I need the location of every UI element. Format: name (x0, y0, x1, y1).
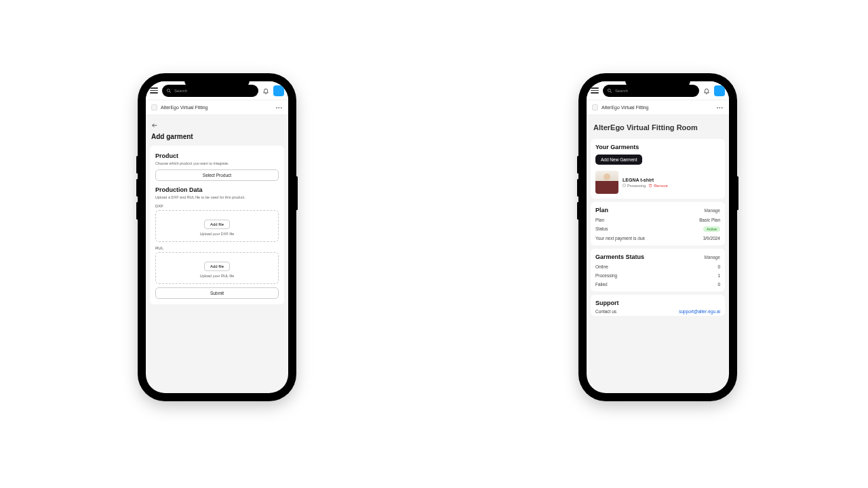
avatar[interactable] (273, 85, 284, 96)
failed-label: Failed (595, 282, 608, 287)
menu-icon[interactable] (591, 87, 599, 94)
support-title: Support (595, 300, 720, 306)
bell-icon[interactable] (262, 87, 269, 94)
status-dot-icon (623, 184, 626, 187)
rul-dropzone[interactable]: Add file Upload your RUL file (155, 252, 279, 284)
garment-row: LEGNA t-shirt Processing Remove (595, 169, 720, 194)
support-card: Support Contact ussupport@alter-ego.ai (591, 295, 725, 316)
svg-line-1 (170, 92, 171, 93)
phone-right-screen: Search AlterEgo Virtual Fitting ••• Alte… (587, 81, 729, 393)
plan-manage-link[interactable]: Manage (705, 208, 721, 213)
submit-button[interactable]: Submit (155, 287, 279, 299)
failed-value: 0 (717, 282, 720, 287)
garment-status: Processing (623, 184, 646, 188)
search-placeholder: Search (174, 89, 187, 93)
garment-name: LEGNA t-shirt (623, 178, 720, 182)
plan-card: Plan Manage PlanBasic Plan StatusActive … (591, 202, 725, 245)
garments-title: Your Garments (595, 144, 720, 150)
dxf-label: DXF (155, 204, 279, 208)
garment-thumbnail[interactable] (595, 171, 618, 194)
app-header: AlterEgo Virtual Fitting ••• (587, 100, 729, 115)
svg-point-3 (608, 89, 610, 92)
product-title: Product (155, 152, 279, 159)
phone-notch (625, 75, 690, 89)
add-garment-button[interactable]: Add New Garment (595, 155, 642, 165)
rul-add-file-button[interactable]: Add file (204, 262, 230, 271)
plan-label: Plan (595, 218, 604, 222)
avatar[interactable] (714, 85, 725, 96)
support-email[interactable]: support@alter-ego.ai (679, 309, 720, 314)
app-icon (592, 104, 598, 110)
room-title: AlterEgo Virtual Fitting Room (591, 119, 725, 136)
product-description: Choose which product you want to integra… (155, 161, 279, 166)
plan-value: Basic Plan (699, 218, 720, 222)
status-label: Status (595, 226, 608, 232)
search-icon (166, 88, 172, 94)
search-icon (607, 88, 612, 94)
garments-status-title: Garments Status (595, 253, 644, 260)
app-name: AlterEgo Virtual Fitting (161, 105, 208, 110)
garments-card: Your Garments Add New Garment LEGNA t-sh… (591, 139, 725, 199)
rul-hint: Upload your RUL file (159, 274, 275, 278)
back-arrow-icon[interactable] (151, 122, 158, 129)
processing-value: 1 (717, 273, 720, 278)
rul-label: RUL (155, 246, 279, 250)
app-icon (151, 104, 157, 110)
garments-status-card: Garments Status Manage Online0 Processin… (591, 249, 725, 291)
phone-notch (184, 75, 250, 89)
content-left: Add garment Product Choose which product… (146, 115, 288, 393)
menu-icon[interactable] (150, 87, 158, 94)
dxf-hint: Upload your DXF file (159, 232, 275, 236)
remove-garment-button[interactable]: Remove (648, 184, 667, 188)
svg-point-0 (167, 89, 170, 92)
processing-label: Processing (595, 273, 617, 278)
svg-line-4 (610, 92, 612, 93)
plan-title: Plan (595, 207, 608, 214)
bell-icon[interactable] (703, 87, 710, 94)
phone-left-frame: Search AlterEgo Virtual Fitting ••• Add … (139, 75, 295, 400)
product-card: Product Choose which product you want to… (150, 146, 284, 304)
app-header: AlterEgo Virtual Fitting ••• (146, 100, 288, 115)
online-value: 0 (717, 264, 720, 269)
search-placeholder: Search (615, 89, 628, 93)
app-name: AlterEgo Virtual Fitting (601, 105, 649, 110)
dxf-add-file-button[interactable]: Add file (204, 220, 230, 229)
online-label: Online (595, 264, 608, 269)
status-badge: Active (703, 226, 720, 232)
page-title: Add garment (150, 130, 284, 143)
contact-label: Contact us (595, 309, 616, 314)
more-icon[interactable]: ••• (276, 105, 283, 110)
dxf-dropzone[interactable]: Add file Upload your DXF file (155, 210, 279, 242)
select-product-button[interactable]: Select Product (155, 169, 279, 181)
trash-icon (648, 184, 652, 188)
phone-right-frame: Search AlterEgo Virtual Fitting ••• Alte… (580, 75, 736, 400)
next-payment-label: Your next payment is due (595, 236, 645, 241)
content-right: AlterEgo Virtual Fitting Room Your Garme… (587, 115, 729, 393)
phone-left-screen: Search AlterEgo Virtual Fitting ••• Add … (146, 81, 288, 393)
more-icon[interactable]: ••• (717, 105, 724, 110)
production-data-title: Production Data (155, 186, 279, 193)
production-data-description: Upload a DXF and RUL file to be used for… (155, 195, 279, 200)
next-payment-value: 3/9/2024 (703, 236, 720, 241)
status-manage-link[interactable]: Manage (705, 255, 721, 260)
